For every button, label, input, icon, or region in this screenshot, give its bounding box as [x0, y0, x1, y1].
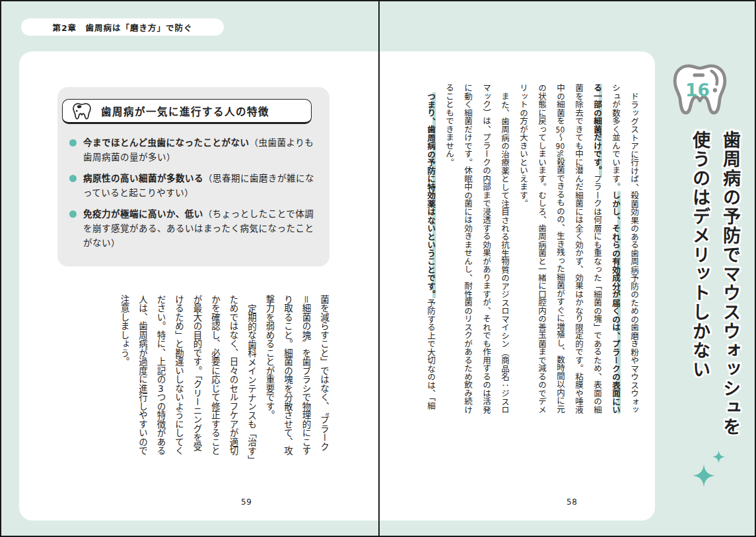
text-column: が最大の目的です。「クリーニングを受: [188, 295, 206, 464]
text-column: 定期的な歯科メインテナンスも「治す」: [242, 295, 261, 464]
book-spread: 第2章 歯周病は「磨き方」で防ぐ 歯周病が一気に進行する人の特徴 今までほとんど…: [0, 0, 756, 537]
feature-item: 免疫力が極端に高いか、低い（ちょっとしたことで体調を崩す感覚がある、あるいはまっ…: [69, 207, 322, 250]
section-title-sidebar: 16 歯周病の予防でマウスウォッシュを 使うのはデメリットしかない: [656, 1, 756, 537]
feature-box-title: 歯周病が一気に進行する人の特徴: [101, 104, 269, 118]
right-body-text: ドラッグストアに行けば、殺菌効果のある歯周病予防のための歯磨き粉やマウスウォッシ…: [421, 84, 643, 411]
feature-item-text: 今までほとんど虫歯になったことがない（虫歯菌よりも歯周病菌の量が多い）: [83, 136, 322, 164]
text-column: 撃力を弱めることが重要です。: [260, 295, 279, 464]
chapter-label: 第2章 歯周病は「磨き方」で防ぐ: [52, 21, 192, 34]
text-column: シュが数多く並んでいます。しかし、それらの有効成分が届くのは、プラークの表面にい: [606, 84, 625, 411]
page-left: 歯周病が一気に進行する人の特徴 今までほとんど虫歯になったことがない（虫歯菌より…: [19, 51, 379, 521]
feature-item: 今までほとんど虫歯になったことがない（虫歯菌よりも歯周病菌の量が多い）: [69, 136, 322, 164]
text-column: る一部の細菌だけです。プラークは何層にも重なった「細菌の塊」であるため、表面の細: [588, 84, 606, 411]
tooth-cavity-icon: [72, 102, 92, 120]
feature-box: 歯周病が一気に進行する人の特徴 今までほとんど虫歯になったことがない（虫歯菌より…: [57, 87, 329, 267]
section-title-line-2: 使うのはデメリットしかない: [685, 131, 715, 474]
chapter-header-pill: 第2章 歯周病は「磨き方」で防ぐ: [21, 18, 224, 36]
page-number-right: 58: [567, 497, 577, 507]
bullet-dot-icon: [69, 175, 77, 182]
text-column: 中の細菌を50〜90%殺菌できるものの、生き残った細菌がすぐに増殖し、数時間以内…: [551, 84, 569, 411]
text-column: けるため」と勘違いしないようにしてく: [170, 295, 188, 464]
tooth-number-icon: 16: [671, 61, 729, 117]
page-right: ドラッグストアに行けば、殺菌効果のある歯周病予防のための歯磨き粉やマウスウォッシ…: [380, 51, 655, 521]
text-column: に動く細菌だけです。休眠中の菌には効きませんし、耐性菌のリスクがあるため飲み続け: [458, 84, 477, 411]
feature-box-title-bar: 歯周病が一気に進行する人の特徴: [62, 99, 312, 124]
text-column: 注意しましょう。: [115, 295, 133, 464]
feature-list: 今までほとんど虫歯になったことがない（虫歯菌よりも歯周病菌の量が多い）病原性の高…: [69, 136, 322, 257]
left-body-text: 菌を減らすこと」ではなく、〝プラーク＝細菌の塊〟を歯ブラシで物理的にこすり取るこ…: [115, 295, 333, 464]
feature-item-text: 病原性の高い細菌が多数いる（思春期に歯磨きが雑になっていると起こりやすい）: [83, 172, 322, 200]
sparkle-icon-large: [693, 464, 715, 487]
text-column: マック）は、プラークの内部まで浸透する効果がありますが、それでも作用するのは活発: [477, 84, 495, 411]
text-column: かを確認し、必要に応じて修正すること: [206, 295, 224, 464]
text-column: の状態に戻ってしまいます。むしろ、歯周病菌と一緒に口腔内の善玉菌まで減るのでデメ: [532, 84, 551, 411]
section-number: 16: [685, 80, 710, 100]
book-spine-divider: [378, 1, 380, 537]
text-column: り取ること。細菌の塊を分散させて、攻: [279, 295, 297, 464]
text-column: 菌を減らすこと」ではなく、〝プラーク: [315, 295, 333, 464]
text-column: ＝細菌の塊〟を歯ブラシで物理的にこす: [296, 295, 315, 464]
text-column: ださい。特に、上記の3つの特徴がある: [151, 295, 170, 464]
feature-item-text: 免疫力が極端に高いか、低い（ちょっとしたことで体調を崩す感覚がある、あるいはまっ…: [83, 207, 322, 250]
feature-item: 病原性の高い細菌が多数いる（思春期に歯磨きが雑になっていると起こりやすい）: [69, 172, 322, 200]
text-column: リットの方が大きいといえます。: [514, 84, 532, 411]
page-number-left: 59: [241, 497, 252, 507]
text-column: 人は、歯周病が過度に進行しやすいので: [133, 295, 152, 464]
text-column: ドラッグストアに行けば、殺菌効果のある歯周病予防のための歯磨き粉やマウスウォッ: [625, 84, 643, 411]
sparkle-icon-small: [712, 451, 725, 463]
section-title-line-1: 歯周病の予防でマウスウォッシュを: [715, 131, 745, 474]
text-column: ためではなく、日々のセルフケアが適切: [224, 295, 242, 464]
text-column: ることもできません。: [440, 84, 458, 411]
text-column: また、歯周病の治療薬として注目される抗生物質のアジスロマイシン（商品名：ジスロ: [495, 84, 514, 411]
bullet-dot-icon: [69, 139, 77, 146]
text-column: つまり、歯周病の予防に特効薬はないということです。予防する上で大切なのは、「細: [421, 84, 440, 411]
section-title: 歯周病の予防でマウスウォッシュを 使うのはデメリットしかない: [685, 131, 745, 474]
text-column: 菌を除去できても中に潜んだ細菌には全く効かず、効果はかなり限定的です。粘膜や唾液: [569, 84, 588, 411]
bullet-dot-icon: [69, 210, 77, 218]
